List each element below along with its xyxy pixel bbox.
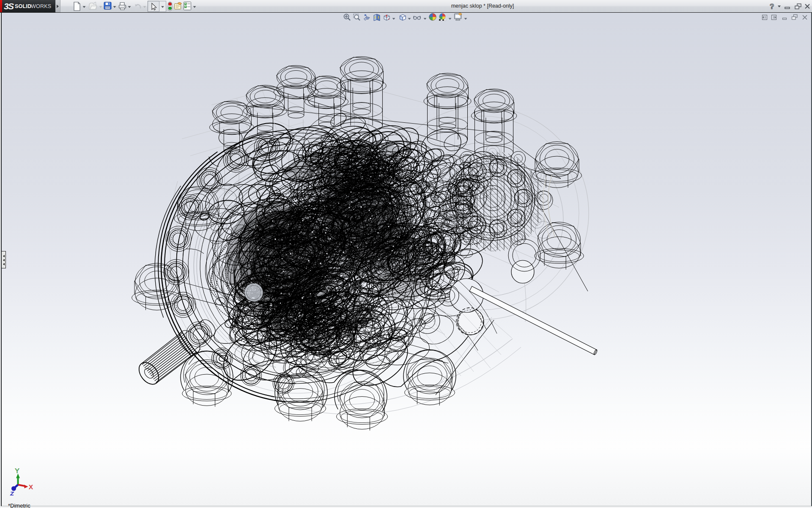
svg-text:Y: Y bbox=[15, 467, 19, 474]
svg-text:X: X bbox=[29, 484, 33, 490]
svg-text:?: ? bbox=[770, 3, 774, 11]
